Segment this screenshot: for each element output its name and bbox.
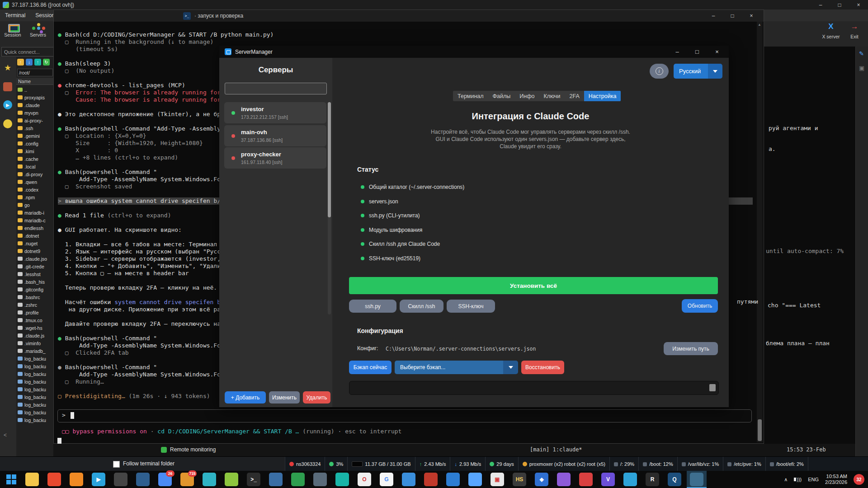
terminal-maximize-icon[interactable]: □ (723, 10, 742, 22)
volume-icon[interactable]: ))) (794, 477, 802, 482)
file-list-item[interactable]: .codex (16, 186, 53, 193)
restore-button[interactable]: Восстановить (521, 361, 564, 374)
terminal-scrollbar[interactable]: ▲ (757, 22, 763, 442)
folder-up-icon[interactable]: ↑ (17, 59, 24, 66)
file-list-item[interactable]: .config (16, 140, 53, 147)
file-list-item[interactable]: .dotnet (16, 232, 53, 239)
backup-now-button[interactable]: Бэкап сейчас (349, 361, 392, 374)
terminal-app-icon[interactable]: >_ (247, 473, 260, 486)
column-header-name[interactable]: Name (16, 78, 53, 85)
session-button[interactable]: Session (1, 23, 24, 38)
server-card-investor[interactable]: investor173.212.212.157 [ssh] (224, 102, 326, 123)
file-list-item[interactable]: .di-proxy (16, 170, 53, 178)
add-server-button[interactable]: + Добавить (225, 391, 266, 404)
server-search-input[interactable] (225, 83, 327, 94)
install-all-button[interactable]: Установить всё (349, 277, 718, 294)
red-dock-icon[interactable] (3, 82, 12, 91)
edit-server-button[interactable]: Изменить (269, 391, 300, 404)
pencil-icon[interactable]: ✎ (859, 50, 864, 57)
blue-folder-icon[interactable] (402, 473, 415, 486)
clock[interactable]: 10:53 AM 2/23/2026 (825, 474, 847, 485)
file-list-item[interactable]: .claude (16, 101, 53, 109)
file-list-item[interactable]: .viminfo (16, 339, 53, 347)
servers-button[interactable]: Servers (26, 23, 50, 38)
r-app-icon[interactable]: R (646, 473, 659, 486)
file-list-item[interactable]: go (16, 201, 53, 209)
file-list-item[interactable]: .mariadb_ (16, 347, 53, 355)
change-path-button[interactable]: Изменить путь (664, 342, 718, 355)
red-puzzle-icon[interactable] (424, 473, 438, 486)
refresh-button[interactable]: Обновить (682, 299, 718, 313)
opera-icon[interactable]: O (358, 473, 371, 486)
minimize-icon[interactable]: – (811, 0, 830, 9)
download-icon[interactable]: ↓ (26, 59, 33, 66)
file-list-item[interactable]: mariadb-c (16, 216, 53, 224)
violet-app-icon[interactable]: V (601, 473, 615, 486)
red-app-icon[interactable] (579, 473, 593, 486)
file-list-item[interactable]: .gemini (16, 132, 53, 140)
tab-Настройка[interactable]: Настройка (584, 91, 621, 101)
start-button[interactable] (6, 474, 16, 484)
file-list-item[interactable]: .kimi (16, 147, 53, 155)
file-explorer-icon[interactable] (25, 473, 39, 486)
file-list-item[interactable]: proxyapis (16, 94, 53, 101)
terminal-minimize-icon[interactable]: – (704, 10, 723, 22)
file-list-item[interactable]: .tmux.co (16, 316, 53, 324)
terminal-titlebar[interactable]: >_ · запуск и проверка – □ × (54, 10, 764, 22)
upload-icon[interactable]: ↑ (34, 59, 41, 66)
notepad-icon[interactable] (225, 473, 238, 486)
refresh-icon[interactable]: ↻ (43, 59, 50, 66)
file-list-item[interactable]: endlessh (16, 224, 53, 232)
follow-terminal-folder-checkbox[interactable] (113, 461, 120, 468)
file-list-item[interactable]: .bashrc (16, 293, 53, 301)
output-bar[interactable] (349, 381, 719, 395)
google-app-icon[interactable]: G (380, 473, 393, 486)
hs-app-icon[interactable]: HS (513, 473, 526, 486)
file-list-item[interactable]: myvpn (16, 109, 53, 117)
servermanager-titlebar[interactable]: ServerManager – □ × (219, 46, 729, 58)
tab-2FA[interactable]: 2FA (565, 91, 584, 101)
tab-Инфо[interactable]: Инфо (515, 91, 539, 101)
language-indicator[interactable]: ENG (808, 477, 819, 482)
telegram-dock-icon[interactable]: ▶ (3, 100, 12, 109)
monitor-app-icon[interactable] (136, 473, 150, 486)
active-terminal-icon[interactable] (690, 473, 703, 486)
green-app-icon[interactable] (291, 473, 305, 486)
file-list-item[interactable]: .wget-hs (16, 324, 53, 332)
blue-diamond-app-icon[interactable]: ◆ (535, 473, 548, 486)
brave-icon[interactable] (47, 473, 61, 486)
path-input[interactable]: /root/ (17, 69, 53, 76)
sm-maximize-icon[interactable]: □ (687, 46, 707, 58)
edge-icon[interactable] (203, 473, 216, 486)
terminal-prompt-box[interactable]: > (57, 409, 752, 422)
file-list-item[interactable]: .cache (16, 155, 53, 163)
file-list-item[interactable]: log_backu (16, 370, 53, 378)
file-list-item[interactable]: .git-crede (16, 263, 53, 270)
file-list-item[interactable]: .claude.js (16, 332, 53, 339)
scroll-left-hint[interactable]: < (4, 432, 7, 438)
output-scrollbar-thumb[interactable] (709, 384, 716, 391)
menu-terminal[interactable]: Terminal (0, 12, 30, 19)
file-list-item[interactable]: dotnet9 (16, 247, 53, 255)
file-list-item[interactable]: .gitconfig (16, 286, 53, 293)
yellow-dock-icon[interactable] (3, 119, 12, 128)
telegram-icon[interactable]: ▶ (92, 473, 105, 486)
file-list-item[interactable]: .ssh (16, 124, 53, 132)
quick-wtmp-icon[interactable]: Q (668, 473, 681, 486)
orange-app-icon[interactable]: 715 (180, 473, 194, 486)
server-card-main-ovh[interactable]: main-ovh37.187.136.86 [ssh] (224, 125, 326, 146)
file-list-item[interactable]: .profile (16, 309, 53, 316)
photos-app-icon[interactable] (623, 473, 637, 486)
tab-Файлы[interactable]: Файлы (488, 91, 515, 101)
file-list-item[interactable]: .bash_his (16, 278, 53, 286)
vscode-icon[interactable] (446, 473, 460, 486)
white-red-app-icon[interactable]: ▣ (491, 473, 504, 486)
teal-app-icon[interactable] (335, 473, 349, 486)
maximize-icon[interactable]: □ (830, 0, 849, 9)
file-list-item[interactable]: log_backu (16, 416, 53, 424)
info-button[interactable]: i (650, 64, 669, 79)
file-list-item[interactable]: log_backu (16, 385, 53, 393)
delete-server-button[interactable]: Удалить (303, 391, 330, 404)
file-list-item[interactable]: .nuget (16, 239, 53, 247)
sm-close-icon[interactable]: × (707, 46, 727, 58)
